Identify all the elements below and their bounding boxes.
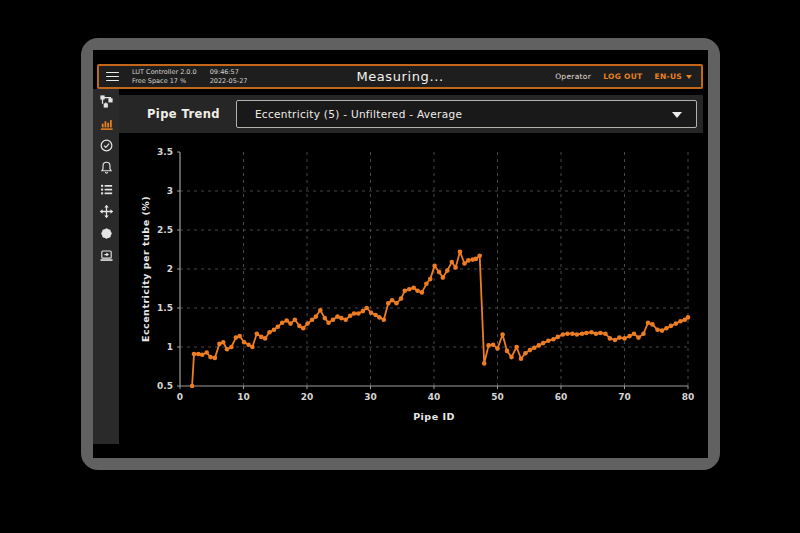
list-icon <box>99 182 114 197</box>
svg-text:60: 60 <box>555 392 568 402</box>
svg-text:3.5: 3.5 <box>157 147 173 157</box>
trend-label: Pipe Trend <box>147 107 220 121</box>
trend-dropdown-value: Eccentricity (5) - Unfiltered - Average <box>255 108 462 120</box>
menu-icon[interactable] <box>106 72 119 81</box>
sidebar-item-move[interactable] <box>95 204 117 219</box>
svg-text:10: 10 <box>237 392 250 402</box>
trend-dropdown[interactable]: Eccentricity (5) - Unfiltered - Average <box>236 100 697 128</box>
device-frame: LUT Controller 2.0.0 Free Space 17 % 09:… <box>81 38 720 470</box>
network-topology-icon <box>99 94 114 109</box>
top-bar-right: Operator LOG OUT EN-US <box>555 72 692 81</box>
svg-text:30: 30 <box>364 392 377 402</box>
move-arrows-icon <box>99 204 114 219</box>
trend-selector-row: Pipe Trend Eccentricity (5) - Unfiltered… <box>119 95 703 133</box>
svg-text:1.5: 1.5 <box>157 303 173 313</box>
bar-chart-icon <box>99 116 114 131</box>
top-bar: LUT Controller 2.0.0 Free Space 17 % 09:… <box>97 64 703 89</box>
svg-text:20: 20 <box>301 392 314 402</box>
clock-time: 09:46:57 <box>210 69 248 76</box>
chart-area: 010203040506070800.511.522.533.5Pipe IDE… <box>119 133 708 458</box>
check-circle-icon <box>99 138 114 153</box>
svg-text:1: 1 <box>167 342 173 352</box>
trend-chart: 010203040506070800.511.522.533.5Pipe IDE… <box>119 133 708 458</box>
free-space: Free Space 17 % <box>132 78 197 85</box>
user-role: Operator <box>555 72 591 81</box>
app-window: LUT Controller 2.0.0 Free Space 17 % 09:… <box>93 50 708 458</box>
language-selector[interactable]: EN-US <box>654 72 692 81</box>
dropdown-caret-icon <box>672 112 682 118</box>
sidebar-item-settings[interactable] <box>95 226 117 241</box>
svg-text:Pipe ID: Pipe ID <box>413 411 455 422</box>
sidebar-item-check[interactable] <box>95 138 117 153</box>
svg-text:2: 2 <box>167 264 173 274</box>
sidebar <box>93 89 119 444</box>
svg-text:70: 70 <box>618 392 631 402</box>
screenshot-stage: LUT Controller 2.0.0 Free Space 17 % 09:… <box>0 0 800 533</box>
laptop-update-icon <box>99 248 114 263</box>
svg-text:40: 40 <box>428 392 441 402</box>
svg-text:0.5: 0.5 <box>157 381 173 391</box>
sidebar-item-trend-chart[interactable] <box>95 116 117 131</box>
svg-text:2.5: 2.5 <box>157 225 173 235</box>
app-version: LUT Controller 2.0.0 <box>132 69 197 76</box>
sidebar-item-system[interactable] <box>95 248 117 263</box>
svg-text:0: 0 <box>177 392 183 402</box>
sidebar-item-network[interactable] <box>95 94 117 109</box>
app-info: LUT Controller 2.0.0 Free Space 17 % <box>132 69 197 85</box>
datetime-info: 09:46:57 2022-05-27 <box>210 69 248 85</box>
sidebar-item-list[interactable] <box>95 182 117 197</box>
bell-icon <box>99 160 114 175</box>
chevron-down-icon <box>686 75 692 79</box>
clock-date: 2022-05-27 <box>210 78 248 85</box>
language-label: EN-US <box>654 72 682 81</box>
svg-text:50: 50 <box>491 392 504 402</box>
gear-icon <box>99 226 114 241</box>
svg-text:3: 3 <box>167 186 173 196</box>
sidebar-item-alarms[interactable] <box>95 160 117 175</box>
svg-text:80: 80 <box>682 392 695 402</box>
logout-button[interactable]: LOG OUT <box>603 72 642 81</box>
svg-text:Eccentricity per tube (%): Eccentricity per tube (%) <box>140 196 151 342</box>
